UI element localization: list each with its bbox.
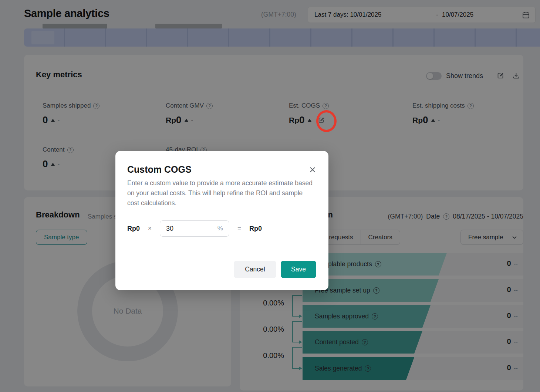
percent-unit: %	[217, 225, 223, 232]
formula-base: Rp0	[127, 225, 140, 233]
cancel-button[interactable]: Cancel	[234, 261, 276, 278]
modal-description: Enter a custom value to provide a more a…	[127, 178, 313, 208]
percent-input-box: %	[160, 220, 229, 237]
formula-result: Rp0	[249, 225, 262, 233]
cogs-formula: Rp0 × % = Rp0	[127, 220, 262, 237]
annotation-circle	[316, 110, 337, 132]
custom-cogs-modal: Custom COGS Enter a custom value to prov…	[115, 151, 328, 290]
multiply-operator: ×	[148, 225, 152, 232]
close-icon[interactable]	[308, 166, 317, 174]
modal-title: Custom COGS	[127, 164, 192, 175]
equals-operator: =	[237, 225, 241, 232]
percent-input[interactable]	[166, 225, 210, 233]
save-button[interactable]: Save	[281, 261, 316, 278]
